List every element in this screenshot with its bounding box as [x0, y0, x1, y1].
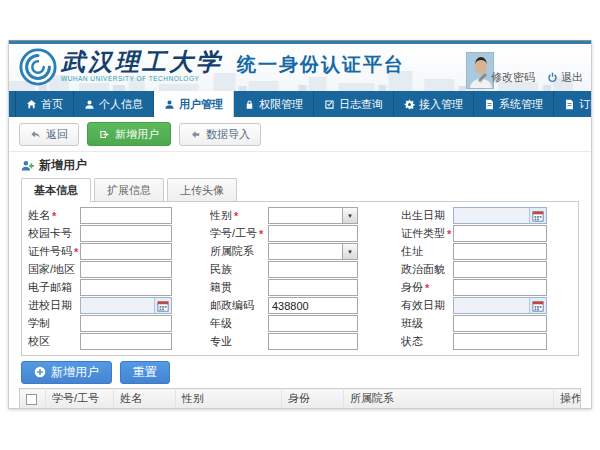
grade-label: 年级	[210, 316, 232, 331]
class-input[interactable]	[454, 316, 546, 331]
form-row: 校区 专业 状态	[28, 333, 574, 350]
department-select[interactable]	[269, 244, 342, 259]
status-label: 状态	[401, 334, 423, 349]
country-label: 国家/地区	[28, 262, 75, 277]
nav-tab-label: 权限管理	[259, 97, 303, 112]
form-row: 姓名* 性别*▼ 出生日期	[28, 207, 574, 224]
native-place-input[interactable]	[269, 280, 357, 295]
platform-title: 统一身份认证平台	[237, 48, 405, 78]
logout-label: 退出	[561, 70, 583, 85]
reset-button[interactable]: 重置	[120, 361, 170, 384]
ethnicity-label: 民族	[210, 262, 232, 277]
col-gender: 性别	[176, 389, 282, 409]
required-marker: *	[447, 228, 451, 240]
required-marker: *	[425, 282, 429, 294]
main-nav: 首页 个人信息 用户管理 权限管理 日志查询 接入管理 系统管理 订阅管理	[9, 91, 591, 117]
political-status-input[interactable]	[454, 262, 546, 277]
add-user-toolbar-label: 新增用户	[115, 127, 159, 142]
major-input[interactable]	[269, 334, 357, 349]
col-operation: 操作	[554, 389, 581, 409]
nav-tab-home[interactable]: 首页	[15, 91, 74, 117]
id-type-label: 证件类型	[401, 226, 445, 241]
nav-tab-label: 系统管理	[499, 97, 543, 112]
form-row: 证件号码* 所属院系▼ 住址	[28, 243, 574, 260]
nav-tab-user-management[interactable]: 用户管理	[154, 91, 234, 117]
university-name-en: WUHAN UNIVERSITY OF TECHNOLOGY	[61, 75, 223, 82]
nav-tab-personal-info[interactable]: 个人信息	[74, 91, 154, 117]
gear-icon	[404, 99, 415, 110]
country-input[interactable]	[81, 262, 171, 277]
page-header: 武汉理工大学 WUHAN UNIVERSITY OF TECHNOLOGY 统一…	[9, 44, 591, 91]
id-number-input[interactable]	[81, 244, 171, 259]
change-password-link[interactable]: 修改密码	[477, 70, 535, 85]
submit-add-user-button[interactable]: 新增用户	[21, 361, 112, 384]
address-label: 住址	[401, 244, 423, 259]
nav-tab-permission-management[interactable]: 权限管理	[234, 91, 314, 117]
data-import-button[interactable]: 数据导入	[179, 123, 261, 146]
class-label: 班级	[401, 316, 423, 331]
add-user-toolbar-button[interactable]: 新增用户	[87, 122, 171, 146]
valid-date-input[interactable]	[454, 298, 529, 313]
tab-extended-info[interactable]: 扩展信息	[94, 178, 164, 201]
campus-label: 校区	[28, 334, 50, 349]
data-import-label: 数据导入	[206, 127, 250, 142]
add-user-export-icon	[99, 129, 110, 140]
basic-info-form: 姓名* 性别*▼ 出生日期 校园卡号 学号/工号* 证件类型* 证件号码* 所属…	[21, 201, 579, 356]
form-row: 校园卡号 学号/工号* 证件类型*	[28, 225, 574, 242]
identity-input[interactable]	[454, 280, 546, 295]
status-input[interactable]	[454, 334, 546, 349]
tab-basic-info[interactable]: 基本信息	[21, 178, 91, 202]
email-label: 电子邮箱	[28, 280, 72, 295]
birth-date-label: 出生日期	[401, 208, 445, 223]
nav-tab-log-query[interactable]: 日志查询	[314, 91, 394, 117]
id-type-input[interactable]	[454, 226, 546, 241]
entry-date-label: 进校日期	[28, 298, 72, 313]
select-all-checkbox[interactable]	[26, 394, 37, 405]
nav-tab-label: 首页	[41, 97, 63, 112]
back-button[interactable]: 返回	[19, 123, 79, 146]
gender-select[interactable]	[269, 208, 342, 223]
nav-tab-subscription-management[interactable]: 订阅管理	[554, 91, 592, 117]
back-button-label: 返回	[46, 127, 68, 142]
user-results-table: 学号/工号 姓名 性别 身份 所属院系 操作	[19, 388, 581, 409]
dropdown-arrow-icon[interactable]: ▼	[342, 208, 357, 223]
campus-input[interactable]	[81, 334, 171, 349]
name-input[interactable]	[81, 208, 171, 223]
identity-label: 身份	[401, 280, 423, 295]
student-id-input[interactable]	[269, 226, 357, 241]
required-marker: *	[74, 246, 78, 258]
home-icon	[26, 99, 37, 110]
change-password-label: 修改密码	[491, 70, 535, 85]
birth-date-input[interactable]	[454, 208, 529, 223]
postal-code-input[interactable]	[269, 298, 357, 313]
department-label: 所属院系	[210, 244, 254, 259]
entry-date-input[interactable]	[81, 298, 154, 313]
calendar-icon[interactable]	[529, 208, 546, 223]
grade-input[interactable]	[269, 316, 357, 331]
col-department: 所属院系	[344, 389, 554, 409]
address-input[interactable]	[454, 244, 546, 259]
user-icon	[164, 99, 175, 110]
campus-card-input[interactable]	[81, 226, 171, 241]
ethnicity-input[interactable]	[269, 262, 357, 277]
form-tabs: 基本信息 扩展信息 上传头像	[21, 178, 579, 201]
plus-circle-icon	[34, 366, 46, 378]
dropdown-arrow-icon[interactable]: ▼	[342, 244, 357, 259]
back-arrow-icon	[30, 129, 41, 140]
form-row: 国家/地区 民族 政治面貌	[28, 261, 574, 278]
nav-tab-access-management[interactable]: 接入管理	[394, 91, 474, 117]
nav-tab-system-management[interactable]: 系统管理	[474, 91, 554, 117]
tab-upload-avatar[interactable]: 上传头像	[167, 178, 237, 201]
required-marker: *	[52, 210, 56, 222]
logout-link[interactable]: 退出	[547, 70, 583, 85]
pencil-icon	[477, 72, 488, 83]
lock-icon	[244, 99, 255, 110]
education-length-input[interactable]	[81, 316, 171, 331]
section-title: 新增用户	[39, 157, 87, 174]
calendar-icon[interactable]	[154, 298, 171, 313]
valid-date-label: 有效日期	[401, 298, 445, 313]
email-input[interactable]	[81, 280, 171, 295]
calendar-icon[interactable]	[529, 298, 546, 313]
add-user-person-plus-icon	[21, 159, 34, 172]
university-logo-icon	[19, 48, 57, 86]
